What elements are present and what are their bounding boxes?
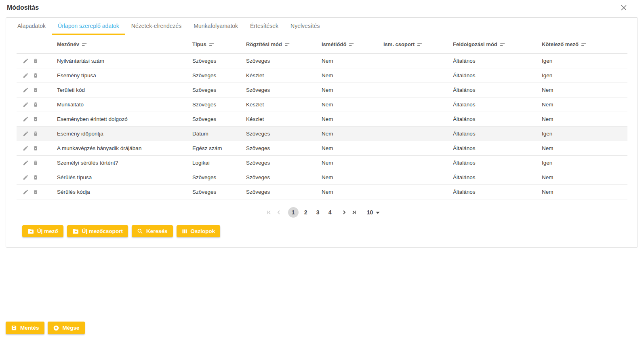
edit-button[interactable] — [23, 116, 29, 122]
search-button[interactable]: Keresés — [132, 225, 173, 237]
table-row[interactable]: MunkáltatóSzövegesKészletNemÁltalánosNem — [17, 97, 627, 112]
page-number-2[interactable]: 2 — [301, 207, 311, 218]
cell-rogzitesi_mod: Szöveges — [246, 185, 322, 199]
column-header-label: Ism. csoport — [383, 41, 415, 47]
tab-ertesitesek[interactable]: Értesítések — [244, 18, 284, 35]
cell-kotelezo_mezo: Igen — [542, 127, 627, 141]
dialog-panel: AlapadatokŰrlapon szereplő adatokNézetek… — [6, 17, 638, 248]
table-row[interactable]: Sérülés kódjaSzövegesSzövegesNemÁltaláno… — [17, 185, 627, 199]
cell-rogzitesi_mod: Szöveges — [246, 54, 322, 68]
edit-button[interactable] — [23, 174, 29, 180]
cell-mezonev: Területi kód — [57, 83, 192, 97]
sort-icon[interactable] — [417, 42, 423, 48]
last-page-button[interactable] — [349, 207, 359, 217]
edit-button[interactable] — [23, 160, 29, 166]
cancel-button[interactable]: Mégse — [48, 322, 85, 334]
tab-alapadatok[interactable]: Alapadatok — [11, 18, 52, 35]
save-button[interactable]: Mentés — [6, 322, 44, 334]
table-row[interactable]: Esemény típusaSzövegesKészletNemÁltaláno… — [17, 68, 627, 83]
sort-icon[interactable] — [82, 42, 87, 48]
cell-tipus: Szöveges — [192, 97, 246, 112]
table-row[interactable]: Nyilvántartási számSzövegesSzövegesNemÁl… — [17, 54, 627, 68]
delete-button[interactable] — [33, 116, 38, 122]
delete-button[interactable] — [33, 145, 38, 151]
row-actions-cell — [17, 156, 57, 170]
cell-feldolgozasi_mod: Általános — [453, 68, 542, 83]
tab-nezetek-elrendezes[interactable]: Nézetek-elrendezés — [125, 18, 188, 35]
tab-label: Nyelvesítés — [290, 23, 320, 29]
cell-mezonev: Eseményben érintett dolgozó — [57, 112, 192, 127]
cell-ism_csoport — [383, 170, 453, 185]
actions-column-header — [17, 35, 57, 54]
next-page-button[interactable] — [339, 207, 349, 217]
cell-ism_csoport — [383, 112, 453, 127]
delete-button[interactable] — [33, 189, 38, 195]
page-size-select[interactable]: 10 — [367, 209, 380, 216]
tab-munkafolyamatok[interactable]: Munkafolyamatok — [187, 18, 244, 35]
delete-button[interactable] — [33, 72, 38, 78]
edit-button[interactable] — [23, 72, 29, 78]
cell-tipus: Dátum — [192, 127, 246, 141]
table-row[interactable]: Sérülés típusaSzövegesSzövegesNemÁltalán… — [17, 170, 627, 185]
tab-nyelvesites[interactable]: Nyelvesítés — [284, 18, 326, 35]
new-field-group-button[interactable]: Új mezőcsoport — [67, 225, 128, 237]
button-label: Mégse — [63, 325, 80, 331]
save-icon — [11, 325, 17, 331]
row-actions-cell — [17, 170, 57, 185]
delete-button[interactable] — [33, 174, 38, 180]
grid-toolbar: Új mezőÚj mezőcsoportKeresésOszlopok — [22, 225, 224, 237]
cell-rogzitesi_mod: Készlet — [246, 68, 322, 83]
cell-rogzitesi_mod: Szöveges — [246, 170, 322, 185]
first-page-button[interactable] — [264, 207, 274, 217]
edit-button[interactable] — [23, 102, 29, 108]
tab-urlapon-szereplo-adatok[interactable]: Űrlapon szereplő adatok — [52, 18, 125, 35]
edit-button[interactable] — [23, 58, 29, 64]
edit-button[interactable] — [23, 87, 29, 93]
tab-label: Értesítések — [250, 23, 278, 29]
cell-rogzitesi_mod: Szöveges — [246, 156, 322, 170]
columns-button[interactable]: Oszlopok — [177, 225, 221, 237]
delete-button[interactable] — [33, 58, 38, 64]
cell-ism_csoport — [383, 141, 453, 156]
edit-button[interactable] — [23, 189, 29, 195]
column-header-feldolgozasi_mod: Feldolgozási mód — [453, 35, 542, 54]
page-number-1[interactable]: 1 — [288, 207, 299, 218]
new-field-button[interactable]: Új mező — [22, 225, 63, 237]
page-number-3[interactable]: 3 — [313, 207, 323, 218]
delete-button[interactable] — [33, 87, 38, 93]
edit-button[interactable] — [23, 131, 29, 137]
cell-tipus: Szöveges — [192, 68, 246, 83]
cell-ism_csoport — [383, 83, 453, 97]
sort-icon[interactable] — [285, 42, 290, 48]
cell-kotelezo_mezo: Nem — [542, 97, 627, 112]
table-row[interactable]: Esemény időpontjaDátumSzövegesNemÁltalán… — [17, 127, 627, 141]
tab-label: Űrlapon szereplő adatok — [58, 23, 119, 29]
edit-button[interactable] — [23, 145, 29, 151]
cell-mezonev: A munkavégzés hányadik órájában — [57, 141, 192, 156]
table-row[interactable]: A munkavégzés hányadik órájábanEgész szá… — [17, 141, 627, 156]
cell-feldolgozasi_mod: Általános — [453, 127, 542, 141]
delete-button[interactable] — [33, 160, 38, 166]
sort-icon[interactable] — [581, 42, 587, 48]
table-header: MezőnévTípusRögzítési módIsmétlődőIsm. c… — [17, 35, 627, 54]
row-actions-cell — [17, 83, 57, 97]
sort-icon[interactable] — [349, 42, 354, 48]
tab-label: Alapadatok — [17, 23, 46, 29]
prev-page-button[interactable] — [274, 207, 284, 217]
page-number-4[interactable]: 4 — [325, 207, 335, 218]
table-row[interactable]: Személyi sérülés történt?LogikaiSzöveges… — [17, 156, 627, 170]
cell-ismetlodo: Nem — [322, 170, 383, 185]
cell-tipus: Szöveges — [192, 170, 246, 185]
sort-icon[interactable] — [209, 42, 215, 48]
table-row[interactable]: Területi kódSzövegesSzövegesNemÁltalános… — [17, 83, 627, 97]
columns-icon — [182, 229, 187, 234]
column-header-kotelezo_mezo: Kötelező mező — [542, 35, 627, 54]
close-icon[interactable] — [620, 4, 628, 12]
delete-button[interactable] — [33, 102, 38, 108]
tab-bar: AlapadatokŰrlapon szereplő adatokNézetek… — [6, 18, 638, 35]
table-row[interactable]: Eseményben érintett dolgozóSzövegesKészl… — [17, 112, 627, 127]
delete-button[interactable] — [33, 131, 38, 137]
page-numbers: 1234 — [287, 207, 336, 218]
column-header-label: Kötelező mező — [542, 41, 579, 47]
sort-icon[interactable] — [500, 42, 505, 48]
